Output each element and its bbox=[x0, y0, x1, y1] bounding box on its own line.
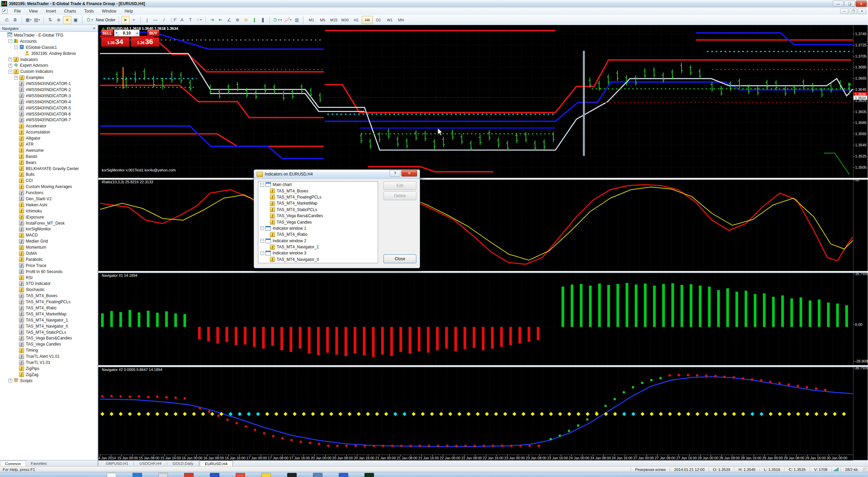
period-settings-icon[interactable]: ▥ bbox=[293, 16, 301, 24]
navigator-item-tas-mt4-navigator-1[interactable]: ƒTAS_MT4_Navigator_1 bbox=[0, 317, 97, 323]
navigator-item-gen-starb-v2[interactable]: ƒGen_Starb V2 bbox=[0, 196, 97, 202]
navigator-item-tas-mt4-boxes[interactable]: ƒTAS_MT4_Boxes bbox=[0, 293, 97, 299]
timeframe-d1[interactable]: D1 bbox=[373, 16, 384, 24]
navigator-item-wss943-indicator-4[interactable]: ƒ#WSS943!INDICATOR-4 bbox=[0, 99, 97, 105]
navigator-toggle-icon[interactable]: ★ bbox=[63, 16, 71, 24]
iratio-pane[interactable] bbox=[100, 179, 853, 271]
navigator-item-macd[interactable]: ƒMACD bbox=[0, 232, 97, 238]
edit-button[interactable]: Edit bbox=[383, 181, 416, 190]
horizontal-line-icon[interactable]: — bbox=[152, 16, 160, 24]
timeframe-m15[interactable]: M15 bbox=[328, 16, 339, 24]
autoscroll-icon[interactable]: ⇥ bbox=[208, 16, 216, 24]
navigator-item-tas-mt4-marketmap[interactable]: ƒTAS_MT4_MarketMap bbox=[0, 311, 97, 317]
dialog-help-button[interactable]: ? bbox=[390, 170, 400, 177]
dialog-item-tas-mt4-boxes[interactable]: ƒTAS_MT4_Boxes bbox=[258, 188, 378, 194]
new-chart-icon[interactable]: ▦▾ bbox=[24, 16, 33, 24]
crosshair-tool-icon[interactable]: + bbox=[130, 16, 138, 24]
cursor-tool-icon[interactable]: ➤ bbox=[121, 16, 130, 24]
navigator-item-truetl-v1-01[interactable]: ƒTrueTL V1.01 bbox=[0, 359, 97, 366]
child-minimize-button[interactable]: — bbox=[840, 8, 848, 14]
profiles-icon[interactable]: ▤▾ bbox=[33, 16, 41, 24]
dialog-title-bar[interactable]: Indicators on EURUSD,H4 ? ✕ bbox=[254, 170, 420, 179]
navigator-item-accelerator[interactable]: ƒAccelerator bbox=[0, 123, 97, 129]
add-indicator-icon[interactable]: 🗋+▾ bbox=[272, 16, 283, 24]
chart-tab-usdchf-h4[interactable]: USDCHF,H4 bbox=[135, 461, 166, 466]
navigator-item-ichimoku[interactable]: ƒIchimoku bbox=[0, 208, 97, 214]
navigator-item-wss943-indicator-7[interactable]: ƒ#WSS943!INDICATOR-7 bbox=[0, 117, 97, 123]
label-tool-icon[interactable]: T bbox=[186, 16, 195, 24]
navigator-item-tas-mt4-staticpcls[interactable]: ƒTAS_MT4_StaticPCLs bbox=[0, 329, 97, 335]
pane-divider[interactable] bbox=[98, 178, 868, 180]
volume-stepper[interactable]: ▼ 0.10 ▲ bbox=[114, 29, 140, 37]
pane-divider[interactable] bbox=[98, 365, 868, 367]
navigator-item-functions[interactable]: ƒFunctions bbox=[0, 190, 97, 196]
arrows-tool-icon[interactable]: ⁘▾ bbox=[195, 16, 203, 24]
menu-insert[interactable]: Insert bbox=[42, 8, 60, 15]
text-tool-icon[interactable]: A bbox=[178, 16, 186, 24]
navigator-item-wss943-indicator-1[interactable]: ƒ#WSS943!INDICATOR-1 bbox=[0, 81, 97, 87]
navigator-item-accounts[interactable]: −Accounts bbox=[0, 38, 97, 44]
delete-button[interactable]: Delete bbox=[383, 191, 416, 200]
plus-expand-icon[interactable]: + bbox=[8, 64, 12, 67]
navigator-item-accumulation[interactable]: ƒAccumulation bbox=[0, 129, 97, 135]
navigator-item-std-indicator[interactable]: ƒSTD Indicator bbox=[0, 281, 97, 287]
trendline-icon[interactable]: / bbox=[160, 16, 168, 24]
child-restore-button[interactable]: ❒ bbox=[849, 8, 857, 14]
taskbar-icon-black-circle-app[interactable] bbox=[287, 473, 297, 477]
timeframe-h1[interactable]: H1 bbox=[351, 16, 361, 24]
minus-expand-icon[interactable]: − bbox=[260, 251, 264, 255]
navigator-item-bears[interactable]: ƒBears bbox=[0, 160, 97, 166]
navigator-item-wss943-indicator-2[interactable]: ƒ#WSS943!INDICATOR-2 bbox=[0, 87, 97, 93]
navigator-item-tas-vega-bars-candles[interactable]: ƒTAS_Vega Bars&Candles bbox=[0, 335, 97, 341]
navigator-item-zigzag[interactable]: ƒZigZag bbox=[0, 372, 97, 378]
navigator-item-expert-advisors[interactable]: +Expert Advisors bbox=[0, 62, 97, 68]
navigator-item-awesome[interactable]: ƒAwesome bbox=[0, 147, 97, 153]
timeframe-m5[interactable]: M5 bbox=[317, 16, 328, 24]
price-scale[interactable]: 1.37451.37251.37051.36851.36651.36451.36… bbox=[853, 25, 868, 460]
navigator-item-indicators[interactable]: +ƒIndicators bbox=[0, 57, 97, 63]
dialog-item-tas-vega-candles[interactable]: ƒTAS_Vega Candles bbox=[258, 219, 378, 225]
fibonacci-icon[interactable]: ⋮F bbox=[169, 16, 178, 24]
sell-price[interactable]: 1.36 34 bbox=[101, 37, 130, 47]
dialog-item-tas-mt4-floatingpcls[interactable]: ƒTAS_MT4_FloatingPCLs bbox=[258, 194, 378, 200]
buy-price[interactable]: 1.36 36 bbox=[131, 37, 159, 47]
taskbar-icon-chart-bars-app[interactable] bbox=[210, 473, 219, 477]
navigator-item-wss943-indicator-6[interactable]: ƒ#WSS943!INDICATOR-6 bbox=[0, 111, 97, 117]
close-button[interactable]: ✕ bbox=[856, 1, 867, 7]
dialog-item-indicator-window-1[interactable]: −Indicator window 1 bbox=[258, 225, 378, 231]
resize-grip[interactable] bbox=[863, 467, 867, 472]
volume-value[interactable]: 0.10 bbox=[119, 30, 135, 36]
child-close-button[interactable]: ✕ bbox=[858, 8, 866, 14]
navigator-item-wss943-indicator-3[interactable]: ƒ#WSS943!INDICATOR-3 bbox=[0, 93, 97, 99]
chart-shift-icon[interactable]: ⇤ bbox=[217, 16, 225, 24]
menu-window[interactable]: Window bbox=[98, 8, 121, 15]
dialog-item-tas-vega-bars-candles[interactable]: ƒTAS_Vega Bars&Candles bbox=[258, 213, 378, 219]
dialog-item-tas-mt4-navigator-ii[interactable]: ƒTAS_MT4_Navigator_II bbox=[258, 256, 378, 263]
taskbar-icon-yellow-cloud-app[interactable] bbox=[261, 473, 271, 477]
navigator-item-eglobal-classic1[interactable]: −EGlobal-Classic1 bbox=[0, 44, 97, 50]
navigator-item-wss943-indicator-5[interactable]: ƒ#WSS943!INDICATOR-5 bbox=[0, 105, 97, 111]
navigator-tab-favorites[interactable]: Favorites bbox=[26, 461, 52, 466]
navigator-item-parabolic[interactable]: ƒParabolic bbox=[0, 256, 97, 263]
navigator-item-iexposure[interactable]: ƒiExposure bbox=[0, 214, 97, 220]
timeframe-mn[interactable]: MN bbox=[395, 16, 406, 24]
chart-tab-gbpusd-h1[interactable]: GBPUSD,H1 bbox=[101, 461, 133, 466]
candlestick-chart-icon[interactable]: ❚ bbox=[259, 16, 267, 24]
taskbar-icon-red-circle-app[interactable] bbox=[184, 473, 194, 477]
taskbar-icon-mt4-app[interactable] bbox=[364, 473, 374, 477]
data-window-icon[interactable]: ⊕ bbox=[55, 16, 63, 24]
menu-file[interactable]: File bbox=[10, 8, 25, 15]
bar-chart-icon[interactable]: ❙ bbox=[251, 16, 259, 24]
navigator-item-alligator[interactable]: ƒAlligator bbox=[0, 135, 97, 141]
dialog-item-tas-mt4-marketmap[interactable]: ƒTAS_MT4_MarketMap bbox=[258, 200, 378, 206]
market-watch-icon[interactable]: ⇅ bbox=[46, 16, 54, 24]
menu-view[interactable]: View bbox=[25, 8, 42, 15]
navigator-item-korsigmonitor[interactable]: ƒkorSigMonitor bbox=[0, 226, 97, 232]
navigator-item-osma[interactable]: ƒOsMA bbox=[0, 250, 97, 256]
buy-button[interactable]: BUY bbox=[147, 29, 159, 37]
menu-charts[interactable]: Charts bbox=[60, 8, 80, 15]
navigator-item-metatrader-e-global-tfg[interactable]: MetaTrader - E-Global TFG bbox=[0, 32, 97, 38]
navigator-item-tas-mt4-navigator-ii[interactable]: ƒTAS_MT4_Navigator_II bbox=[0, 323, 97, 329]
navigator-item-tas-vega-candles[interactable]: ƒTAS_Vega Candles bbox=[0, 341, 97, 347]
navigator-item-tas-mt4-floatingpcls[interactable]: ƒTAS_MT4_FloatingPCLs bbox=[0, 299, 97, 305]
